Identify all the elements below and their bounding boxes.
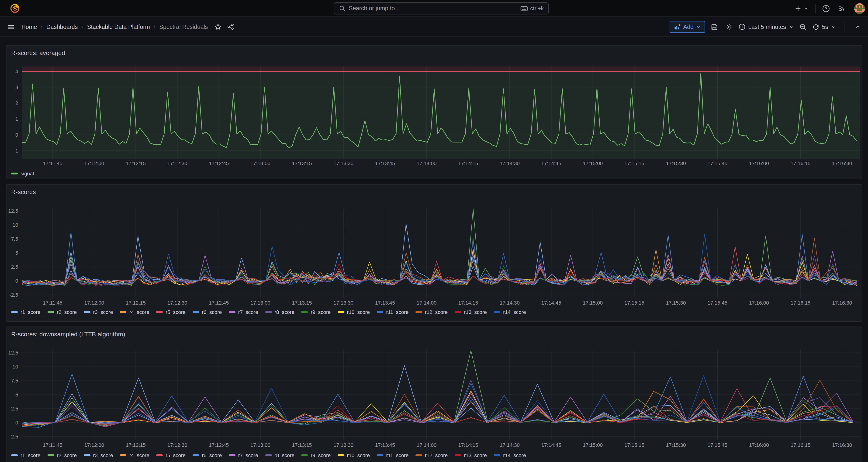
legend-item[interactable]: r12_score (415, 309, 447, 315)
x-tick-label: 17:14:45 (541, 160, 561, 166)
favorite-button[interactable] (213, 20, 223, 33)
breadcrumb-folder[interactable]: Stackable Data Platform (87, 24, 150, 30)
legend-item[interactable]: r1_score (11, 453, 40, 458)
panel-title[interactable]: R-scores: averaged (11, 50, 65, 56)
y-tick-label: 5 (16, 392, 18, 398)
dashboard-toolbar: Home › Dashboards › Stackable Data Platf… (0, 17, 868, 37)
legend-item[interactable]: r9_score (302, 309, 331, 315)
legend-label: r12_score (425, 453, 447, 458)
legend-swatch (229, 454, 236, 456)
legend-swatch (193, 454, 199, 456)
grafana-logo[interactable] (10, 3, 20, 13)
legend-item[interactable]: r13_score (455, 453, 487, 458)
gear-icon (725, 23, 733, 31)
legend-item[interactable]: r8_score (265, 309, 294, 315)
x-tick-label: 17:14:30 (500, 442, 520, 448)
legend-swatch (229, 311, 236, 313)
y-tick-label: 2.5 (11, 406, 18, 412)
panel-title[interactable]: R-scores: downsampled (LTTB algorithm) (11, 331, 125, 338)
legend-item[interactable]: r8_score (265, 453, 294, 458)
legend-item[interactable]: signal (11, 171, 34, 176)
mega-menu-button[interactable] (6, 20, 17, 33)
search-input[interactable]: Search or jump to... ctrl+k (334, 2, 549, 14)
series-line-r1_score (22, 378, 853, 423)
legend-item[interactable]: r13_score (455, 309, 487, 315)
legend-item[interactable]: r4_score (120, 453, 150, 458)
x-tick-label: 17:11:45 (43, 442, 62, 448)
chevron-down-icon (803, 6, 809, 11)
panel-rscores: 12.5107.552.50-2.517:11:4517:12:0017:12:… (6, 184, 862, 322)
legend-label: r1_score (21, 309, 40, 315)
legend-item[interactable]: r7_score (229, 309, 258, 315)
legend-item[interactable]: r14_score (494, 453, 526, 458)
legend-label: r11_score (386, 453, 408, 458)
clock-icon (738, 23, 745, 30)
series-line-r10_score (22, 391, 853, 425)
legend-item[interactable]: r12_score (415, 453, 447, 458)
legend-item[interactable]: r1_score (11, 309, 40, 315)
x-tick-label: 17:16:15 (790, 442, 811, 448)
panel-rscores-averaged: 43210-117:11:4517:12:0017:12:1517:12:301… (6, 45, 862, 179)
chart-rscores-downsampled[interactable]: 12.5107.552.50-2.517:11:4517:12:0017:12:… (6, 327, 862, 462)
time-range-picker[interactable]: Last 5 minutes (738, 23, 794, 30)
legend-item[interactable]: r4_score (120, 309, 150, 315)
y-tick-label: 7.5 (11, 378, 18, 383)
save-dashboard-button[interactable] (709, 20, 720, 33)
legend-item[interactable]: r6_score (193, 453, 222, 458)
chart-rscores-averaged[interactable]: 43210-117:11:4517:12:0017:12:1517:12:301… (6, 46, 862, 179)
legend-label: r5_score (165, 309, 186, 315)
legend-label: r6_score (202, 453, 222, 458)
chart-rscores[interactable]: 12.5107.552.50-2.517:11:4517:12:0017:12:… (6, 185, 862, 321)
breadcrumb-dashboards[interactable]: Dashboards (46, 24, 78, 30)
zoom-out-button[interactable] (797, 20, 809, 33)
star-icon (215, 23, 221, 30)
y-tick-label: -2.5 (9, 434, 18, 440)
plus-icon (795, 5, 802, 12)
legend-item[interactable]: r10_score (338, 309, 370, 315)
legend-item[interactable]: r5_score (156, 453, 186, 458)
legend-swatch (265, 311, 272, 313)
chevron-up-icon (855, 24, 861, 30)
dashboard-settings-button[interactable] (723, 20, 735, 33)
panel-title[interactable]: R-scores (11, 188, 36, 195)
series-line-r11_score (22, 242, 857, 285)
x-tick-label: 17:14:15 (458, 160, 478, 166)
search-placeholder: Search or jump to... (349, 5, 400, 12)
legend-item[interactable]: r14_score (494, 309, 526, 315)
refresh-picker[interactable]: 5s (812, 23, 836, 30)
legend-item[interactable]: r9_score (302, 453, 331, 458)
news-button[interactable] (837, 2, 848, 15)
x-tick-label: 17:14:30 (500, 300, 520, 306)
y-tick-label: 3 (16, 85, 18, 90)
y-tick-label: 2.5 (11, 264, 18, 270)
legend-item[interactable]: r7_score (229, 453, 258, 458)
grafana-logo-icon (10, 3, 20, 13)
add-panel-button[interactable]: Add (670, 21, 705, 33)
legend-item[interactable]: r3_score (84, 309, 113, 315)
user-avatar[interactable] (854, 3, 865, 14)
x-tick-label: 17:12:30 (167, 160, 187, 166)
legend-swatch (156, 454, 163, 456)
legend-label: r7_score (238, 309, 258, 315)
legend-item[interactable]: r11_score (377, 309, 408, 315)
top-nav: Search or jump to... ctrl+k (0, 0, 868, 17)
x-tick-label: 17:13:30 (334, 300, 354, 306)
legend-item[interactable]: r11_score (377, 453, 408, 458)
legend-swatch (455, 454, 461, 456)
legend-item[interactable]: r6_score (193, 309, 222, 315)
help-button[interactable] (820, 2, 832, 15)
x-tick-label: 17:14:15 (458, 300, 478, 306)
legend-label: r8_score (274, 453, 294, 458)
legend-item[interactable]: r5_score (156, 309, 186, 315)
legend-item[interactable]: r2_score (48, 453, 77, 458)
breadcrumb-home[interactable]: Home (22, 24, 37, 30)
x-tick-label: 17:14:15 (458, 442, 478, 448)
share-button[interactable] (225, 20, 236, 33)
legend-item[interactable]: r10_score (338, 453, 370, 458)
legend-item[interactable]: r2_score (48, 309, 77, 315)
collapse-toolbar-button[interactable] (853, 20, 863, 33)
legend-item[interactable]: r3_score (84, 453, 113, 458)
legend-swatch (338, 311, 344, 313)
new-menu-button[interactable] (793, 2, 810, 15)
x-tick-label: 17:15:45 (707, 160, 727, 166)
